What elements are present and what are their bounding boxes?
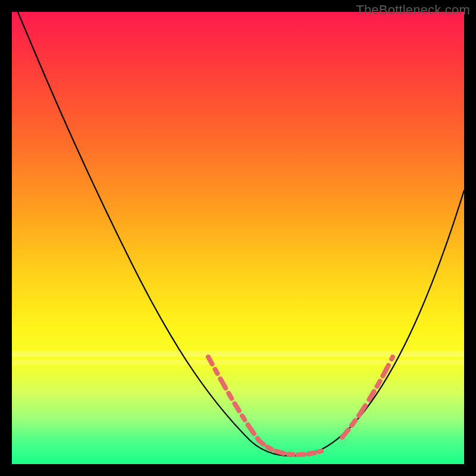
chart-frame: TheBottleneck.com <box>0 0 476 476</box>
plot-area <box>12 12 464 464</box>
ascending-dash <box>342 357 393 437</box>
chart-svg <box>12 12 464 464</box>
bottleneck-curve <box>18 12 464 456</box>
watermark-text: TheBottleneck.com <box>356 2 470 18</box>
descending-dash <box>208 357 259 440</box>
